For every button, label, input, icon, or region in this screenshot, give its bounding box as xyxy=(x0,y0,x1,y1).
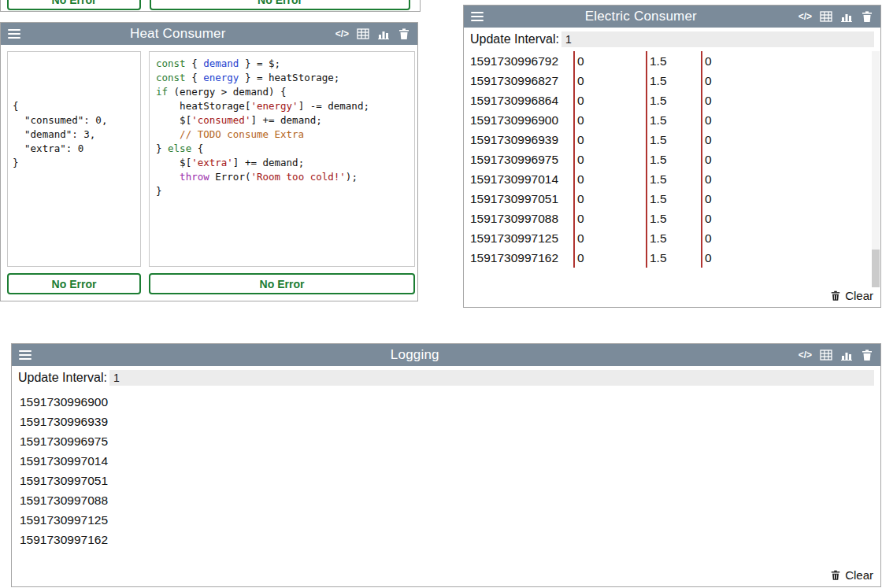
update-interval-row: Update Interval: xyxy=(464,28,880,49)
timestamp-cell: 1591730997088 xyxy=(470,209,573,228)
bar-chart-icon[interactable] xyxy=(377,28,390,40)
no-error-button[interactable]: No Error xyxy=(7,273,141,294)
timestamp-cell: 1591730997051 xyxy=(470,189,573,209)
scrollbar[interactable] xyxy=(872,51,880,287)
table-row: 1591730997088 0 1.5 0 xyxy=(464,209,880,228)
log-entry: 1591730996939 xyxy=(20,412,880,431)
log-entry: 1591730997125 xyxy=(20,510,880,530)
timestamp-cell: 1591730996939 xyxy=(470,130,573,150)
panel-header: Heat Consumer </> xyxy=(1,23,417,45)
table-row: 1591730997162 0 1.5 0 xyxy=(464,248,880,268)
value-cell: 1.5 xyxy=(646,228,701,248)
value-cell: 0 xyxy=(573,91,646,110)
panel-header: Logging </> xyxy=(12,344,880,366)
state-line: "extra": 0 xyxy=(13,142,135,156)
value-cell: 0 xyxy=(573,130,646,150)
update-interval-label: Update Interval: xyxy=(470,32,559,46)
update-interval-input[interactable] xyxy=(109,370,874,386)
value-cell: 0 xyxy=(573,150,646,169)
trash-icon[interactable] xyxy=(398,28,410,40)
log-list: 1591730996900159173099693915917309969751… xyxy=(12,387,880,549)
timestamp-cell: 1591730996864 xyxy=(470,91,573,110)
timestamp-cell: 1591730996975 xyxy=(470,150,573,169)
header-icons: </> xyxy=(799,10,873,23)
update-interval-row: Update Interval: xyxy=(12,366,880,387)
value-cell: 1.5 xyxy=(646,150,701,169)
code-icon[interactable]: </> xyxy=(799,10,812,23)
clear-label: Clear xyxy=(845,289,873,302)
log-entry: 1591730996975 xyxy=(20,431,880,451)
no-error-button[interactable]: No Error xyxy=(149,273,415,294)
bar-chart-icon[interactable] xyxy=(840,349,853,361)
clear-label: Clear xyxy=(845,568,873,582)
value-cell: 0 xyxy=(573,51,646,71)
log-entry: 1591730997051 xyxy=(20,471,880,490)
value-cell: 0 xyxy=(573,248,646,268)
trash-icon xyxy=(830,569,841,581)
clear-button[interactable]: Clear xyxy=(830,289,873,302)
value-cell: 1.5 xyxy=(646,110,701,130)
clear-button[interactable]: Clear xyxy=(830,568,873,582)
value-cell: 1.5 xyxy=(646,71,701,91)
value-cell: 0 xyxy=(573,71,646,91)
value-cell: 0 xyxy=(701,130,712,150)
no-error-button[interactable]: No Error xyxy=(7,0,141,10)
value-cell: 1.5 xyxy=(646,189,701,209)
header-icons: </> xyxy=(335,28,410,40)
drag-handle-icon[interactable] xyxy=(471,12,484,21)
table-row: 1591730996827 0 1.5 0 xyxy=(464,71,880,91)
panel-title: Logging xyxy=(38,347,792,363)
state-line: } xyxy=(13,156,135,170)
value-cell: 1.5 xyxy=(646,248,701,268)
value-cell: 1.5 xyxy=(646,169,701,189)
state-view: { "consumed": 0, "demand": 3, "extra": 0… xyxy=(7,51,141,267)
table-row: 1591730996864 0 1.5 0 xyxy=(464,91,880,110)
drag-handle-icon[interactable] xyxy=(19,350,32,360)
partial-panel: No Error No Error xyxy=(0,0,421,12)
value-cell: 0 xyxy=(701,51,712,71)
logging-panel: Logging </> Update Interval: 15917309969… xyxy=(11,343,881,587)
electric-consumer-panel: Electric Consumer </> Update Interval: 1… xyxy=(463,5,881,308)
table-row: 1591730997125 0 1.5 0 xyxy=(464,228,880,248)
value-cell: 0 xyxy=(701,150,712,169)
value-cell: 1.5 xyxy=(646,130,701,150)
code-icon[interactable]: </> xyxy=(799,349,812,361)
timestamp-cell: 1591730996900 xyxy=(470,110,573,130)
timestamp-cell: 1591730996792 xyxy=(470,51,573,71)
table-icon[interactable] xyxy=(820,349,832,361)
trash-icon[interactable] xyxy=(861,10,873,23)
code-icon[interactable]: </> xyxy=(335,28,349,40)
panel-title: Electric Consumer xyxy=(490,9,792,24)
drag-handle-icon[interactable] xyxy=(8,29,20,39)
update-interval-input[interactable] xyxy=(561,31,874,47)
timestamp-cell: 1591730996827 xyxy=(470,71,573,91)
table-row: 1591730997014 0 1.5 0 xyxy=(464,169,880,189)
no-error-button[interactable]: No Error xyxy=(150,0,410,10)
value-cell: 0 xyxy=(701,189,712,209)
value-cell: 0 xyxy=(573,209,646,228)
table-row: 1591730996975 0 1.5 0 xyxy=(464,150,880,169)
value-cell: 0 xyxy=(701,248,712,268)
heat-consumer-panel: Heat Consumer </> { "consumed": 0, "dema… xyxy=(0,22,418,301)
table-icon[interactable] xyxy=(357,28,369,40)
scrollbar-thumb[interactable] xyxy=(872,250,880,287)
timestamp-cell: 1591730997125 xyxy=(470,228,573,248)
value-cell: 0 xyxy=(701,91,712,110)
value-cell: 0 xyxy=(701,71,712,91)
table-row: 1591730996900 0 1.5 0 xyxy=(464,110,880,130)
code-editor[interactable]: const { demand } = $;const { energy } = … xyxy=(149,51,415,267)
table-icon[interactable] xyxy=(820,10,832,23)
table-row: 1591730997051 0 1.5 0 xyxy=(464,189,880,209)
value-cell: 0 xyxy=(701,110,712,130)
table-row: 1591730996939 0 1.5 0 xyxy=(464,130,880,150)
value-cell: 0 xyxy=(573,110,646,130)
bar-chart-icon[interactable] xyxy=(840,10,853,23)
value-cell: 1.5 xyxy=(646,209,701,228)
value-cell: 0 xyxy=(701,228,712,248)
table-row: 1591730996792 0 1.5 0 xyxy=(464,51,880,71)
value-cell: 0 xyxy=(701,209,712,228)
log-entry: 1591730996900 xyxy=(20,392,880,412)
trash-icon xyxy=(830,290,841,301)
update-interval-label: Update Interval: xyxy=(18,371,107,385)
trash-icon[interactable] xyxy=(861,349,873,361)
